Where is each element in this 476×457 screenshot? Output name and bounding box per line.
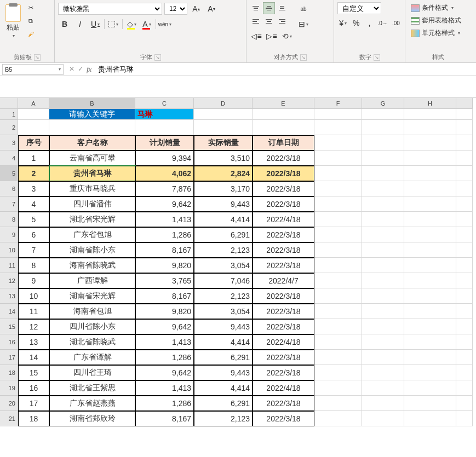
cell[interactable]: 客户名称 (49, 135, 135, 151)
underline-button[interactable]: U▾ (89, 18, 102, 31)
cell[interactable] (404, 212, 456, 227)
cell[interactable] (404, 350, 456, 365)
row-header[interactable]: 16 (0, 334, 18, 350)
cell[interactable] (404, 411, 456, 426)
cell[interactable]: 广东省包旭 (49, 227, 135, 242)
cell[interactable] (362, 411, 404, 426)
cell[interactable] (362, 151, 404, 166)
cell[interactable]: 9,642 (135, 365, 194, 380)
dialog-launcher[interactable]: ↘ (154, 54, 161, 61)
cell[interactable]: 2022/3/18 (253, 258, 314, 273)
row-header[interactable]: 6 (0, 181, 18, 196)
cell[interactable]: 3,170 (194, 181, 253, 196)
percent-button[interactable]: % (351, 16, 362, 30)
cell[interactable]: 2022/3/18 (253, 350, 314, 365)
cell[interactable] (404, 365, 456, 380)
cell[interactable] (456, 304, 473, 319)
cell[interactable]: 2022/4/18 (253, 212, 314, 227)
cell[interactable] (404, 258, 456, 273)
cell[interactable]: 6,291 (194, 396, 253, 411)
row-header[interactable]: 19 (0, 380, 18, 396)
cell[interactable] (314, 319, 362, 334)
cell[interactable] (404, 151, 456, 166)
cell[interactable] (314, 258, 362, 273)
row-header[interactable]: 8 (0, 212, 18, 227)
cell[interactable] (49, 120, 135, 135)
select-all-corner[interactable] (0, 98, 18, 109)
cell[interactable]: 湖南省郑欣玲 (49, 411, 135, 426)
format-painter-button[interactable]: 🖌 (25, 28, 36, 39)
cell[interactable]: 湖北省宋光辉 (49, 212, 135, 227)
cell[interactable] (456, 166, 473, 181)
phonetic-button[interactable]: wén▾ (158, 18, 171, 31)
cell[interactable]: 云南省高可攀 (49, 151, 135, 166)
cell[interactable]: 1,286 (135, 227, 194, 242)
cell[interactable] (362, 288, 404, 304)
cell[interactable]: 2022/3/18 (253, 396, 314, 411)
cell[interactable]: 实际销量 (194, 135, 253, 151)
cut-button[interactable]: ✂ (25, 2, 36, 13)
cell[interactable]: 4 (18, 196, 49, 212)
column-header[interactable]: A (18, 98, 49, 109)
increase-font-button[interactable]: A▴ (190, 2, 203, 15)
cell[interactable] (404, 304, 456, 319)
cell[interactable]: 8 (18, 258, 49, 273)
cell[interactable]: 18 (18, 411, 49, 426)
cell[interactable]: 重庆市马晓兵 (49, 181, 135, 196)
cell[interactable] (362, 181, 404, 196)
cell[interactable]: 2022/3/18 (253, 288, 314, 304)
cell[interactable]: 13 (18, 334, 49, 350)
cell[interactable] (404, 396, 456, 411)
cell[interactable]: 10 (18, 288, 49, 304)
cell[interactable] (362, 334, 404, 350)
cell[interactable] (404, 135, 456, 151)
cell[interactable] (362, 166, 404, 181)
cell[interactable]: 4,414 (194, 380, 253, 396)
cell[interactable] (314, 135, 362, 151)
cell[interactable]: 湖北省王紫思 (49, 380, 135, 396)
row-header[interactable]: 12 (0, 273, 18, 288)
cell[interactable] (456, 319, 473, 334)
cell[interactable]: 4,414 (194, 212, 253, 227)
cell[interactable]: 9 (18, 273, 49, 288)
cell[interactable] (404, 273, 456, 288)
cell[interactable]: 2,123 (194, 411, 253, 426)
cell[interactable] (404, 334, 456, 350)
cell[interactable] (314, 304, 362, 319)
cell[interactable] (314, 350, 362, 365)
merge-button[interactable]: ⊟▾ (297, 18, 310, 31)
cell[interactable]: 2022/3/18 (253, 196, 314, 212)
cell[interactable]: 9,443 (194, 365, 253, 380)
bold-button[interactable]: B (58, 18, 71, 31)
cell[interactable]: 1,413 (135, 212, 194, 227)
cell-styles-button[interactable]: 单元格样式▾ (409, 27, 468, 39)
cell[interactable] (314, 181, 362, 196)
cell[interactable]: 11 (18, 304, 49, 319)
cell[interactable] (362, 227, 404, 242)
cell[interactable] (18, 120, 49, 135)
cell[interactable]: 1,413 (135, 334, 194, 350)
dialog-launcher[interactable]: ↘ (374, 54, 380, 61)
cell[interactable] (362, 109, 404, 120)
cell[interactable] (314, 227, 362, 242)
row-header[interactable]: 1 (0, 109, 18, 120)
cell[interactable] (314, 109, 362, 120)
font-color-button[interactable]: A▾ (140, 18, 153, 31)
cell[interactable] (456, 365, 473, 380)
cell[interactable]: 订单日期 (253, 135, 314, 151)
border-button[interactable]: ▾ (107, 18, 120, 31)
italic-button[interactable]: I (73, 18, 87, 31)
cell[interactable]: 海南省陈晓武 (49, 258, 135, 273)
cell[interactable]: 9,443 (194, 319, 253, 334)
cell[interactable]: 3,510 (194, 151, 253, 166)
cell[interactable]: 2022/3/18 (253, 411, 314, 426)
cell[interactable]: 2022/4/18 (253, 380, 314, 396)
fill-color-button[interactable]: ◇▾ (125, 18, 138, 31)
cell[interactable] (362, 304, 404, 319)
cell[interactable] (362, 319, 404, 334)
cell[interactable] (362, 365, 404, 380)
cell[interactable]: 湖南省宋光辉 (49, 288, 135, 304)
cell[interactable]: 1 (18, 151, 49, 166)
cell[interactable]: 9,394 (135, 151, 194, 166)
wrap-text-button[interactable]: ab (297, 2, 310, 15)
